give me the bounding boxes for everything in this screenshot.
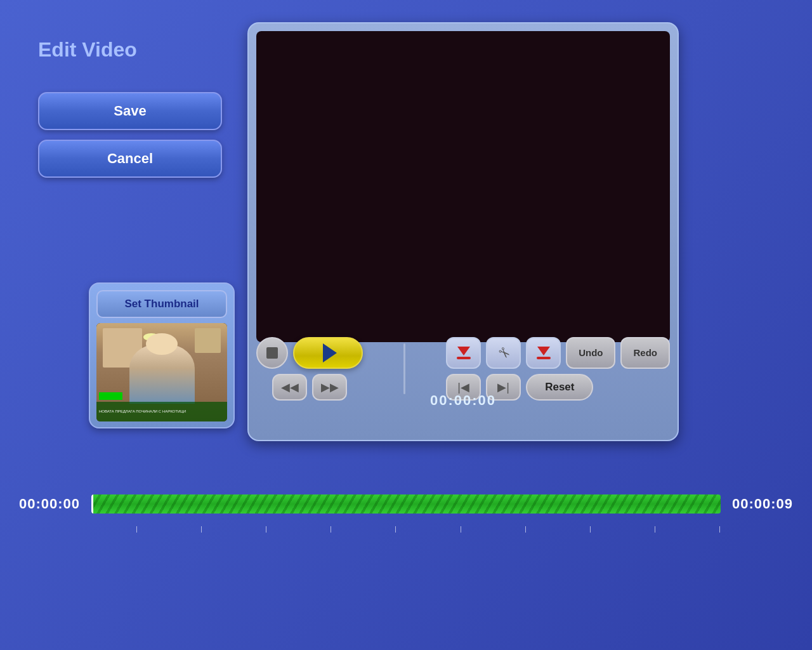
save-button[interactable]: Save: [38, 92, 222, 130]
video-screen: [256, 31, 670, 342]
tick-10: [719, 526, 720, 533]
tick-4: [331, 526, 331, 533]
top-playback: [256, 337, 363, 369]
thumbnail-caption: НОВАТА ПРЕДЛАГА ПОЧИНАЛИ С НАРКОТИЦИ: [99, 409, 186, 414]
scissors-icon: ✂: [494, 343, 513, 362]
playhead[interactable]: [91, 494, 93, 514]
tick-3: [266, 526, 266, 533]
redo-button[interactable]: Redo: [620, 337, 670, 369]
stop-icon: [266, 347, 278, 359]
play-icon: [323, 343, 337, 362]
go-end-icon: ▶|: [497, 380, 509, 394]
tick-7: [525, 526, 526, 533]
thumbnail-panel: Set Thumbnail НОВАТА ПРЕДЛАГА ПОЧИНАЛИ С…: [89, 282, 235, 428]
tick-6: [461, 526, 461, 533]
stop-button[interactable]: [256, 337, 288, 369]
timeline-bar[interactable]: [91, 494, 721, 514]
rewind-icon: ◀◀: [281, 380, 299, 394]
set-thumbnail-button[interactable]: Set Thumbnail: [96, 290, 227, 318]
tick-8: [590, 526, 591, 533]
right-top: ✂ Undo Redo: [446, 337, 670, 369]
page-title: Edit Video: [38, 38, 137, 62]
tick-9: [655, 526, 655, 533]
timeline-ticks: [136, 526, 720, 539]
thumbnail-image: НОВАТА ПРЕДЛАГА ПОЧИНАЛИ С НАРКОТИЦИ: [96, 323, 227, 421]
trim-end-icon: [537, 347, 551, 359]
trim-start-button[interactable]: [446, 337, 481, 369]
play-button[interactable]: [293, 337, 363, 369]
right-controls: ✂ Undo Redo |◀ ▶| Rese: [446, 337, 670, 401]
divider: [403, 343, 405, 394]
controls: ◀◀ ▶▶ ✂: [256, 351, 670, 386]
video-player: ◀◀ ▶▶ ✂: [247, 22, 679, 441]
tick-5: [395, 526, 396, 533]
trim-start-icon: [457, 347, 471, 359]
undo-button[interactable]: Undo: [566, 337, 615, 369]
fastforward-button[interactable]: ▶▶: [312, 374, 347, 401]
timeline-end-time: 00:00:09: [730, 496, 793, 512]
timeline-start-time: 00:00:00: [19, 496, 82, 512]
tick-2: [201, 526, 202, 533]
cancel-button[interactable]: Cancel: [38, 140, 222, 178]
left-controls: ◀◀ ▶▶: [256, 337, 363, 401]
scissors-button[interactable]: ✂: [486, 337, 521, 369]
reset-button[interactable]: Reset: [526, 374, 593, 401]
trim-end-button[interactable]: [526, 337, 561, 369]
timeline-area: 00:00:00 00:00:09: [0, 485, 812, 523]
rewind-button[interactable]: ◀◀: [272, 374, 307, 401]
fastforward-icon: ▶▶: [321, 380, 339, 394]
tick-1: [136, 526, 137, 533]
